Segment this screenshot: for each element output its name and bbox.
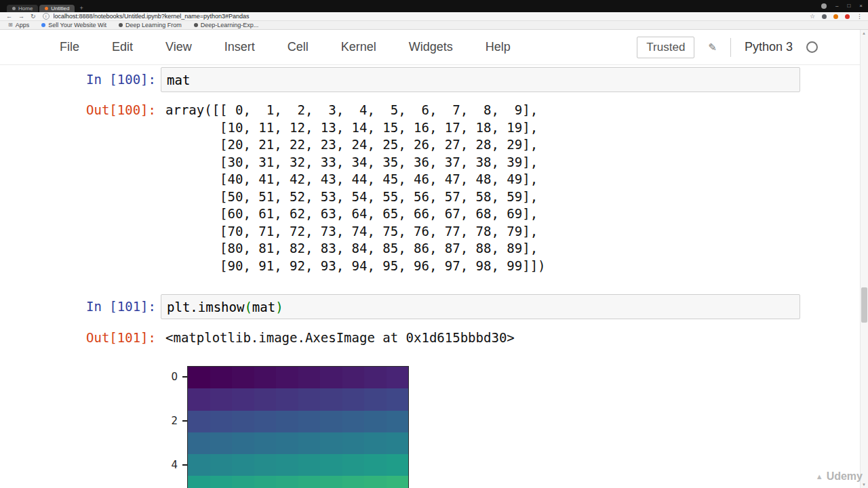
address-bar-right: ☆ ⋮ — [810, 13, 868, 20]
heatmap-cell — [188, 432, 210, 454]
heatmap-cell — [364, 454, 387, 476]
extension-icon-3[interactable] — [845, 14, 850, 19]
bookmark-label: Deep Learning From — [125, 22, 182, 28]
heatmap-cell — [320, 476, 342, 488]
heatmap-cell — [254, 367, 277, 388]
heatmap-grid — [187, 366, 409, 488]
heatmap-cell — [210, 432, 233, 454]
kernel-status-icon — [806, 41, 818, 53]
tabs: HomeUntitled — [7, 5, 76, 12]
scrollbar-thumb[interactable] — [861, 287, 867, 323]
minimize-button[interactable]: – — [835, 3, 838, 9]
menu-item-file[interactable]: File — [60, 40, 79, 54]
menu-item-kernel[interactable]: Kernel — [341, 40, 376, 54]
extension-icon-1[interactable] — [822, 14, 827, 19]
heatmap-cell — [342, 367, 365, 388]
heatmap-cell — [364, 388, 387, 410]
y-tick-mark — [182, 420, 187, 422]
heatmap-cell — [276, 411, 298, 432]
menu-item-view[interactable]: View — [165, 40, 192, 54]
back-icon[interactable]: ← — [6, 13, 12, 20]
heatmap-cell — [210, 454, 233, 476]
heatmap-cell — [342, 411, 365, 432]
heatmap-cell — [254, 411, 277, 432]
site-favicon — [119, 23, 123, 27]
refresh-icon[interactable]: ↻ — [31, 13, 36, 20]
bookmark-star-icon[interactable]: ☆ — [810, 13, 815, 20]
heatmap-cell — [232, 476, 254, 488]
bookmark-sell-your-website-wit[interactable]: Sell Your Website Wit — [41, 22, 106, 28]
bookmark-label: Deep-Learning-Exp... — [201, 22, 259, 28]
heatmap-cell — [342, 454, 365, 476]
extension-icon-2[interactable] — [833, 14, 838, 19]
code-cell-input-101[interactable]: plt.imshow(mat) — [161, 294, 800, 319]
heatmap-cell — [188, 411, 210, 432]
tab-home[interactable]: Home — [7, 5, 38, 12]
heatmap-cell — [188, 476, 210, 488]
heatmap-cell — [342, 476, 365, 488]
heatmap-cell — [298, 454, 321, 476]
heatmap-cell — [210, 367, 233, 388]
menu-item-insert[interactable]: Insert — [224, 40, 255, 54]
heatmap-cell — [254, 388, 277, 410]
new-tab-button[interactable]: + — [79, 5, 83, 12]
matplotlib-figure: 024 — [0, 366, 860, 488]
bookmark-deep-learning-exp-[interactable]: Deep-Learning-Exp... — [194, 22, 259, 28]
heatmap-cell — [387, 432, 409, 454]
open-paren: ( — [244, 300, 252, 314]
udemy-logo-icon: ▲ — [816, 472, 823, 481]
heatmap-cell — [364, 367, 387, 388]
address-bar: ← → ↻ i localhost:8888/notebooks/Untitle… — [0, 12, 868, 21]
menu-item-cell[interactable]: Cell — [288, 40, 309, 54]
heatmap-cell — [210, 388, 233, 410]
close-button[interactable]: × — [859, 3, 863, 9]
close-paren: ) — [275, 300, 283, 314]
bookmarks-bar: ⊞AppsSell Your Website WitDeep Learning … — [0, 21, 868, 30]
window-controls: – □ × — [821, 3, 863, 9]
forward-icon[interactable]: → — [18, 13, 24, 20]
heatmap-cell — [387, 476, 409, 488]
heatmap-cell — [298, 388, 321, 410]
heatmap-cell — [320, 367, 342, 388]
maximize-button[interactable]: □ — [847, 3, 850, 9]
scroll-up-icon[interactable]: ▲ — [862, 31, 866, 35]
heatmap-cell — [232, 454, 254, 476]
home-favicon — [12, 7, 16, 10]
y-tick-label: 0 — [156, 371, 178, 383]
browser-tab-strip: HomeUntitled + – □ × — [0, 0, 868, 12]
bookmark-label: Apps — [16, 22, 30, 28]
browser-menu-icon[interactable]: ⋮ — [856, 13, 863, 20]
output-101-text: <matplotlib.image.AxesImage at 0x1d615bb… — [165, 329, 515, 347]
output-100-text: array([[ 0, 1, 2, 3, 4, 5, 6, 7, 8, 9], … — [165, 102, 546, 274]
menu-item-help[interactable]: Help — [486, 40, 511, 54]
heatmap-cell — [320, 411, 342, 432]
trusted-badge[interactable]: Trusted — [637, 37, 694, 58]
menu-item-widgets[interactable]: Widgets — [409, 40, 453, 54]
site-favicon — [41, 23, 45, 27]
site-info-icon[interactable]: i — [43, 13, 50, 20]
jupyter-favicon — [45, 7, 48, 10]
code-text: plt.imshow — [167, 300, 244, 314]
page-scrollbar[interactable]: ▲ ▼ — [860, 30, 868, 488]
heatmap-cell — [276, 454, 298, 476]
menu-item-edit[interactable]: Edit — [112, 40, 133, 54]
out-prompt-100: Out[100]: — [41, 102, 156, 119]
heatmap-cell — [188, 367, 210, 388]
bookmark-apps[interactable]: ⊞Apps — [8, 22, 29, 28]
site-favicon — [194, 23, 198, 27]
kernel-name-label: Python 3 — [745, 40, 793, 54]
scroll-down-icon[interactable]: ▼ — [862, 483, 866, 487]
apps-grid-icon: ⊞ — [8, 22, 13, 28]
bookmark-deep-learning-from[interactable]: Deep Learning From — [119, 22, 182, 28]
heatmap-cell — [254, 432, 277, 454]
url-text[interactable]: localhost:8888/notebooks/Untitled.ipynb?… — [54, 13, 250, 20]
tab-untitled[interactable]: Untitled — [39, 5, 75, 12]
heatmap-cell — [298, 411, 321, 432]
code-text: mat — [167, 73, 190, 87]
heatmap-cell — [232, 388, 254, 410]
profile-icon[interactable] — [821, 3, 827, 9]
out-prompt-101: Out[101]: — [41, 329, 156, 347]
heatmap-cell — [320, 432, 342, 454]
bookmark-label: Sell Your Website Wit — [48, 22, 106, 28]
code-cell-input-100[interactable]: mat — [161, 67, 800, 92]
